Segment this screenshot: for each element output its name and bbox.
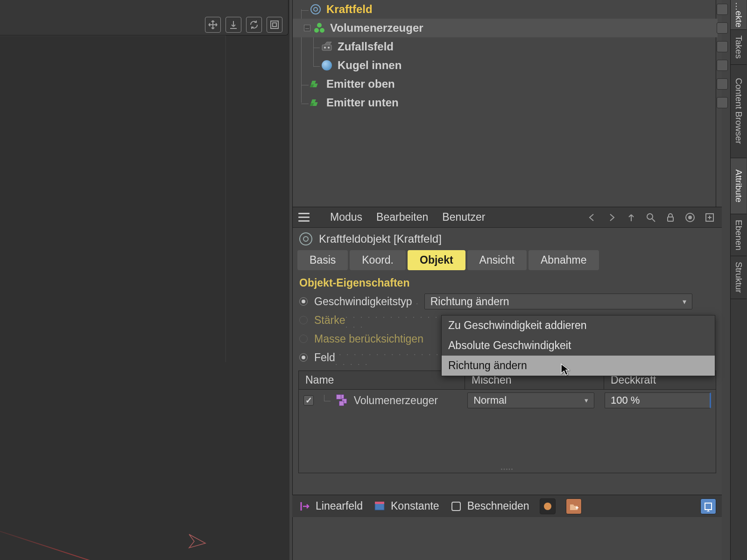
viewport-move-icon[interactable] [205, 17, 221, 33]
opacity-input[interactable]: 100 % [605, 392, 711, 408]
chevron-down-icon: ▾ [585, 396, 588, 405]
checkbox[interactable]: ✓ [303, 395, 314, 406]
radio-icon [299, 335, 308, 343]
svg-point-23 [544, 503, 551, 510]
svg-rect-0 [271, 21, 278, 28]
object-label: Emitter unten [326, 96, 399, 109]
vtab-objekte[interactable]: …ekte [731, 0, 747, 30]
constant-icon [373, 500, 386, 513]
target-icon [310, 3, 322, 15]
nav-up-icon[interactable] [625, 211, 638, 224]
layer-flag[interactable] [717, 60, 728, 71]
tab-koord[interactable]: Koord. [350, 250, 406, 270]
konstante-button[interactable]: Konstante [373, 500, 439, 513]
field-output-button[interactable] [700, 498, 716, 514]
tree-row-kugel-innen[interactable]: Kugel innen ✓ [293, 56, 718, 75]
prop-label: Stärke [314, 314, 345, 327]
target-icon [299, 232, 312, 245]
svg-rect-19 [375, 504, 384, 510]
resize-grip[interactable]: ••••• [501, 467, 514, 472]
viewport[interactable] [0, 0, 289, 560]
folder-add-button[interactable] [566, 498, 582, 514]
menu-benutzer[interactable]: Benutzer [442, 211, 485, 224]
nav-back-icon[interactable] [585, 211, 599, 224]
viewport-refresh-icon[interactable] [246, 17, 262, 33]
new-window-icon[interactable] [703, 211, 716, 224]
object-label: Zufallsfeld [338, 40, 394, 53]
expander-icon[interactable]: – [304, 25, 310, 31]
tree-row-emitter-unten[interactable]: Emitter unten ✓ [293, 93, 718, 112]
menu-bearbeiten[interactable]: Bearbeiten [376, 211, 428, 224]
tab-ansicht[interactable]: Ansicht [467, 250, 527, 270]
dropdown-option[interactable]: Absolute Geschwindigkeit [442, 336, 715, 356]
linear-icon [298, 500, 311, 513]
col-name[interactable]: Name [299, 371, 465, 389]
volume-icon [336, 394, 348, 406]
layer-flag[interactable] [717, 97, 728, 108]
svg-point-4 [320, 28, 324, 33]
vtab-struktur[interactable]: Struktur [731, 256, 747, 299]
object-label: Kraftfeld [326, 3, 373, 16]
object-label: Emitter oben [326, 77, 395, 91]
svg-point-14 [647, 214, 653, 219]
hamburger-icon[interactable] [298, 213, 310, 222]
solid-layer-button[interactable] [540, 498, 556, 514]
record-icon[interactable] [684, 211, 697, 224]
vtab-takes[interactable]: Takes [731, 30, 747, 65]
radio-icon[interactable] [299, 353, 308, 362]
field-name: Volumenerzeuger [354, 394, 438, 407]
vtab-ebenen[interactable]: Ebenen [731, 214, 747, 257]
object-label: Volumenerzeuger [330, 21, 423, 35]
svg-point-7 [328, 47, 330, 49]
viewport-frame-icon[interactable] [267, 17, 282, 33]
vtab-attribute[interactable]: Attribute [731, 158, 747, 214]
beschneiden-button[interactable]: Beschneiden [450, 500, 529, 513]
prop-label: Geschwindigkeitstyp [314, 295, 412, 308]
tree-row-kraftfeld[interactable]: Kraftfeld ✓ [293, 0, 718, 19]
dropdown-option[interactable]: Zu Geschwindigkeit addieren [442, 315, 715, 336]
layer-flag[interactable] [717, 78, 728, 90]
svg-point-2 [317, 23, 322, 28]
attribute-title: Kraftfeldobjekt [Kraftfeld] [319, 232, 442, 245]
prop-label: Masse berücksichtigen [314, 333, 423, 345]
cursor-icon [560, 363, 570, 376]
emitter-icon [310, 78, 322, 90]
attribute-tabs: Basis Koord. Objekt Ansicht Abnahme [293, 250, 722, 270]
tree-row-zufallsfeld[interactable]: Zufallsfeld ✓ [293, 37, 718, 56]
dropdown-option[interactable]: Richtung ändern [442, 356, 715, 376]
nav-fwd-icon[interactable] [605, 211, 618, 224]
svg-rect-24 [705, 503, 712, 510]
tab-abnahme[interactable]: Abnahme [529, 250, 599, 270]
vertical-tab-strip: …ekte Takes Content Browser Attribute Eb… [730, 0, 747, 560]
prop-geschwindigkeitstyp: Geschwindigkeitstyp . Richtung ändern ▾ [293, 292, 722, 311]
layer-flag[interactable] [717, 41, 728, 52]
tree-row-volumenerzeuger[interactable]: – Volumenerzeuger ✓ [293, 19, 718, 37]
layer-flag[interactable] [717, 4, 728, 15]
dropdown-value: Richtung ändern [430, 295, 509, 308]
object-manager-panel[interactable]: Kraftfeld ✓ – Volumenerzeuger ✓ Zufallsf… [292, 0, 722, 207]
tab-basis[interactable]: Basis [297, 250, 348, 270]
tree-row-emitter-oben[interactable]: Emitter oben ✓ [293, 75, 718, 93]
svg-rect-15 [668, 217, 673, 221]
linearfeld-button[interactable]: Linearfeld [298, 500, 363, 513]
field-toolbar: Linearfeld Konstante Beschneiden [292, 495, 722, 517]
menu-modus[interactable]: Modus [330, 211, 362, 224]
svg-rect-20 [375, 502, 384, 504]
radio-icon[interactable] [299, 297, 308, 306]
field-list-table[interactable]: Name Mischen Deckkraft ✓ Volumenerzeuger… [298, 371, 716, 473]
svg-rect-1 [273, 23, 276, 27]
object-label: Kugel innen [338, 59, 402, 72]
lock-icon[interactable] [664, 211, 677, 224]
search-icon[interactable] [644, 211, 657, 224]
mix-dropdown[interactable]: Normal ▾ [467, 392, 594, 408]
layer-flag[interactable] [717, 22, 728, 34]
chevron-down-icon: ▾ [683, 297, 686, 306]
prop-label: Feld [314, 351, 335, 364]
velocity-type-dropdown[interactable]: Richtung ändern ▾ [424, 294, 692, 309]
velocity-dropdown-popup: Zu Geschwindigkeit addieren Absolute Ges… [441, 315, 715, 376]
tab-objekt[interactable]: Objekt [408, 250, 465, 270]
sphere-icon [321, 59, 333, 71]
vtab-content-browser[interactable]: Content Browser [731, 65, 747, 158]
viewport-drop-icon[interactable] [226, 17, 241, 33]
field-row[interactable]: ✓ Volumenerzeuger Normal ▾ 100 % [299, 390, 716, 411]
